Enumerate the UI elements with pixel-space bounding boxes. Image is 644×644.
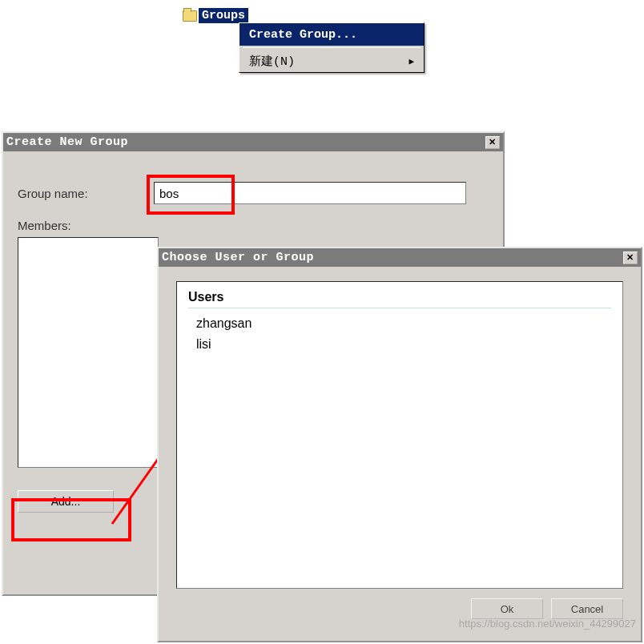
user-listbox[interactable]: Users zhangsan lisi	[176, 281, 623, 589]
menu-item-label: 新建(N)	[249, 54, 295, 69]
list-item[interactable]: zhangsan	[188, 313, 611, 334]
members-label: Members:	[18, 219, 489, 232]
menu-item-new[interactable]: 新建(N) ▶	[239, 50, 424, 72]
dialog-buttons: Ok Cancel	[176, 598, 623, 619]
menu-separator	[243, 47, 421, 48]
group-name-label: Group name:	[18, 187, 154, 200]
group-name-row: Group name:	[18, 182, 489, 204]
list-item[interactable]: lisi	[188, 334, 611, 355]
members-listbox[interactable]	[18, 237, 159, 468]
tree-label: Groups	[199, 8, 248, 23]
choose-user-dialog: Choose User or Group ✕ Users zhangsan li…	[157, 247, 642, 642]
titlebar[interactable]: Create New Group ✕	[3, 133, 503, 151]
submenu-arrow-icon: ▶	[409, 56, 414, 66]
menu-item-create-group[interactable]: Create Group...	[239, 23, 424, 46]
context-menu: Create Group... 新建(N) ▶	[239, 22, 425, 73]
menu-item-label: Create Group...	[249, 28, 357, 42]
tree-node-groups[interactable]: Groups	[183, 8, 248, 23]
close-button[interactable]: ✕	[485, 136, 500, 149]
cancel-button[interactable]: Cancel	[551, 598, 623, 619]
list-header: Users	[188, 290, 611, 308]
close-button[interactable]: ✕	[623, 252, 638, 264]
folder-icon	[183, 10, 197, 22]
group-name-input[interactable]	[154, 182, 466, 204]
titlebar[interactable]: Choose User or Group ✕	[159, 248, 641, 267]
ok-button[interactable]: Ok	[471, 598, 543, 619]
dialog-title: Choose User or Group	[162, 251, 314, 264]
dialog-title: Create New Group	[6, 135, 128, 149]
watermark: https://blog.csdn.net/weixin_44299027	[459, 618, 636, 630]
add-button[interactable]: Add...	[18, 490, 114, 513]
